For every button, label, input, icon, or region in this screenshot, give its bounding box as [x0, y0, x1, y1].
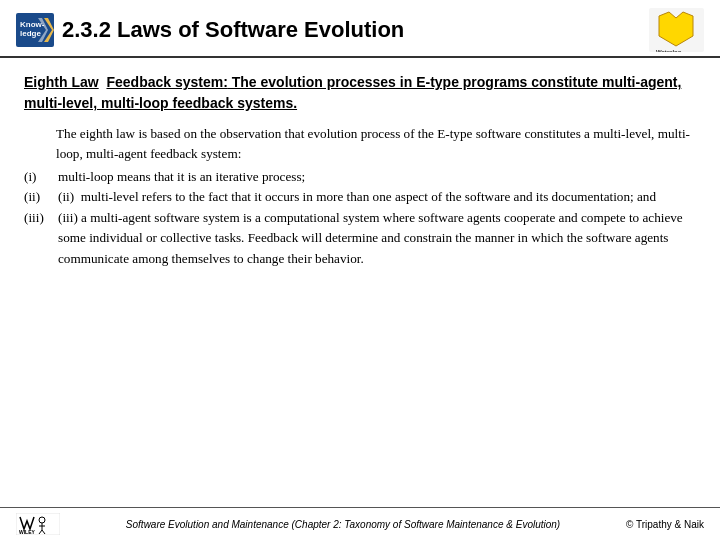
- waterloo-logo-icon: Waterloo: [649, 8, 704, 52]
- copyright-text: © Tripathy & Naik: [626, 519, 704, 530]
- eighth-law-heading: Eighth Law Feedback system: The evolutio…: [24, 72, 696, 114]
- list-item: (ii) (ii) multi-level refers to the fact…: [24, 187, 696, 207]
- svg-text:Waterloo: Waterloo: [656, 49, 682, 52]
- footer-center-text: Software Evolution and Maintenance (Chap…: [126, 519, 560, 530]
- page-container: Know- ledge 2.3.2 Laws of Software Evolu…: [0, 0, 720, 540]
- intro-sentence: The eighth law is based on the observati…: [56, 126, 690, 161]
- wiley-logo-icon: WILEY: [16, 513, 60, 535]
- svg-text:WILEY: WILEY: [19, 529, 35, 535]
- footer: WILEY Software Evolution and Maintenance…: [0, 507, 720, 540]
- list-item: (iii) (iii) a multi-agent software syste…: [24, 208, 696, 269]
- list-label-i: (i): [24, 167, 54, 187]
- list-item: (i) multi-loop means that it is an itera…: [24, 167, 696, 187]
- footer-book-info: Software Evolution and Maintenance (Chap…: [126, 519, 560, 530]
- header-left: Know- ledge 2.3.2 Laws of Software Evolu…: [16, 13, 404, 47]
- footer-left: WILEY: [16, 513, 60, 535]
- svg-text:ledge: ledge: [20, 29, 41, 38]
- page-title: 2.3.2 Laws of Software Evolution: [62, 17, 404, 43]
- footer-copyright: © Tripathy & Naik: [626, 519, 704, 530]
- intro-paragraph: The eighth law is based on the observati…: [24, 124, 696, 165]
- list-content-iii: (iii) a multi-agent software system is a…: [58, 208, 696, 269]
- list-label-iii: (iii): [24, 208, 54, 269]
- body-text-block: The eighth law is based on the observati…: [24, 124, 696, 269]
- main-content: Eighth Law Feedback system: The evolutio…: [0, 58, 720, 507]
- list-content-i: multi-loop means that it is an iterative…: [58, 167, 696, 187]
- knowledge-logo-icon: Know- ledge: [16, 13, 54, 47]
- header: Know- ledge 2.3.2 Laws of Software Evolu…: [0, 0, 720, 58]
- list-label-ii: (ii): [24, 187, 54, 207]
- list-content-ii: (ii) multi-level refers to the fact that…: [58, 187, 696, 207]
- eighth-law-label: Eighth Law: [24, 74, 99, 90]
- eighth-law-subject: Feedback system:: [106, 74, 227, 90]
